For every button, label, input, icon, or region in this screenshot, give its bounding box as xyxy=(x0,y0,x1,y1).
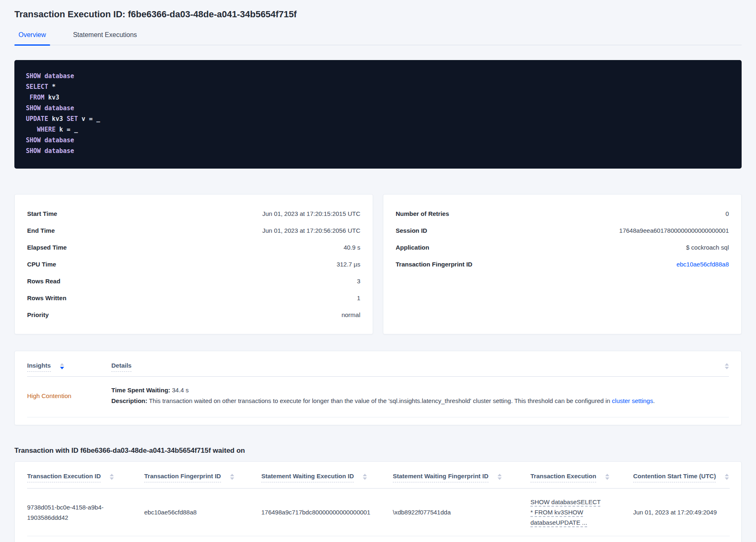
sort-up-arrow-icon xyxy=(725,363,729,366)
txn-fingerprint-label: Transaction Fingerprint ID xyxy=(396,260,472,269)
summary-row-cpu-time: CPU Time 312.7 µs xyxy=(27,256,360,273)
insights-column-header[interactable]: Insights xyxy=(27,362,111,372)
rows-read-value: 3 xyxy=(357,277,360,285)
column-label[interactable]: Transaction Execution ID xyxy=(27,473,101,482)
column-header-transaction-execution-id[interactable]: Transaction Execution ID xyxy=(27,468,144,489)
rows-written-value: 1 xyxy=(357,294,360,302)
column-label[interactable]: Statement Waiting Fingerprint ID xyxy=(393,473,489,482)
cell-transaction-execution-id: 9738d051-bc0e-4158-a9b4-1903586ddd42 xyxy=(27,489,144,536)
sort-icon[interactable] xyxy=(725,474,729,480)
sort-icon-insights[interactable] xyxy=(60,363,64,372)
description-label: Description: xyxy=(111,397,148,404)
sort-up-arrow-icon xyxy=(230,474,234,476)
column-label[interactable]: Contention Start Time (UTC) xyxy=(633,473,716,482)
tab-bar: Overview Statement Executions xyxy=(14,31,742,45)
cpu-time-value: 312.7 µs xyxy=(337,260,360,269)
insight-details: Time Spent Waiting: 34.4 s Description: … xyxy=(111,385,729,406)
elapsed-time-value: 40.9 s xyxy=(343,243,360,252)
cell-statement-waiting-fingerprint-id: \xdb8922f077541dda xyxy=(393,489,530,536)
column-header-transaction-fingerprint-id[interactable]: Transaction Fingerprint ID xyxy=(144,468,261,489)
summary-row-priority: Priority normal xyxy=(27,306,360,323)
rows-read-label: Rows Read xyxy=(27,277,60,285)
cell-transaction-fingerprint-id: ebc10ae56cfd88a8 xyxy=(144,489,261,536)
waited-table-header-row: Transaction Execution ID Transaction Fin… xyxy=(27,468,730,489)
sort-icon[interactable] xyxy=(605,474,609,480)
insight-type-badge: High Contention xyxy=(27,392,111,399)
cell-contention-start-time: Jun 01, 2023 at 17:20:49:2049 xyxy=(633,489,730,536)
sort-icon[interactable] xyxy=(230,474,234,480)
sort-icon[interactable] xyxy=(363,474,367,480)
application-value: $ cockroach sql xyxy=(686,243,729,252)
sort-up-arrow-icon xyxy=(60,363,64,366)
details-column-label[interactable]: Details xyxy=(111,362,131,372)
summary-row-start-time: Start Time Jun 01, 2023 at 17:20:15:2015… xyxy=(27,205,360,222)
summary-row-rows-read: Rows Read 3 xyxy=(27,273,360,290)
sort-up-arrow-icon xyxy=(498,474,502,476)
sort-down-arrow-icon xyxy=(230,477,234,480)
sort-icon-details[interactable] xyxy=(725,363,729,372)
insights-table-header: Insights Details xyxy=(27,358,729,377)
end-time-label: End Time xyxy=(27,226,55,235)
transaction-execution-link[interactable]: SHOW databaseSELECT * FROM kv3SHOW datab… xyxy=(530,497,604,528)
details-column-header: Details xyxy=(111,362,729,372)
cpu-time-label: CPU Time xyxy=(27,260,56,269)
column-header-transaction-execution[interactable]: Transaction Execution xyxy=(530,468,633,489)
page-title: Transaction Execution ID: f6be6366-da03-… xyxy=(14,9,742,20)
waiting-value: 34.4 s xyxy=(170,387,189,394)
waited-on-heading: Transaction with ID f6be6366-da03-48de-a… xyxy=(14,447,742,455)
insight-description: Description: This transaction waited on … xyxy=(111,396,729,406)
sort-down-arrow-icon xyxy=(498,477,502,480)
cell-statement-waiting-execution-id: 176498a9c717bdc80000000000000001 xyxy=(261,489,393,536)
sort-down-arrow-icon xyxy=(363,477,367,480)
session-id-value: 17648a9eea6017800000000000000001 xyxy=(619,226,729,235)
waiting-label: Time Spent Waiting: xyxy=(111,387,170,394)
waited-on-table: Transaction Execution ID Transaction Fin… xyxy=(27,468,730,536)
summary-row-application: Application $ cockroach sql xyxy=(396,239,729,256)
cell-transaction-execution: SHOW databaseSELECT * FROM kv3SHOW datab… xyxy=(530,489,633,536)
retries-label: Number of Retries xyxy=(396,209,449,218)
column-label[interactable]: Transaction Execution xyxy=(530,473,596,482)
cluster-settings-link[interactable]: cluster settings xyxy=(612,397,653,404)
insight-row: High Contention Time Spent Waiting: 34.4… xyxy=(27,377,729,417)
column-header-contention-start-time[interactable]: Contention Start Time (UTC) xyxy=(633,468,730,489)
insights-card: Insights Details High Contention Time Sp… xyxy=(14,351,742,425)
sort-up-arrow-icon xyxy=(110,474,114,476)
summary-row-rows-written: Rows Written 1 xyxy=(27,290,360,306)
sort-down-arrow-icon xyxy=(110,477,114,480)
column-header-statement-waiting-execution-id[interactable]: Statement Waiting Execution ID xyxy=(261,468,393,489)
transaction-execution-id-value: 9738d051-bc0e-4158-a9b4-1903586ddd42 xyxy=(27,502,118,523)
elapsed-time-label: Elapsed Time xyxy=(27,243,67,252)
description-period: . xyxy=(653,397,655,404)
description-text: This transaction waited on other transac… xyxy=(148,397,612,404)
summary-row-session-id: Session ID 17648a9eea6017800000000000000… xyxy=(396,222,729,239)
summary-row-retries: Number of Retries 0 xyxy=(396,205,729,222)
sql-statements: SHOW databaseSELECT * FROM kv3SHOW datab… xyxy=(14,60,742,169)
column-header-statement-waiting-fingerprint-id[interactable]: Statement Waiting Fingerprint ID xyxy=(393,468,530,489)
txn-fingerprint-link[interactable]: ebc10ae56cfd88a8 xyxy=(676,260,729,269)
retries-value: 0 xyxy=(726,209,729,218)
start-time-value: Jun 01, 2023 at 17:20:15:2015 UTC xyxy=(262,209,360,218)
priority-value: normal xyxy=(341,310,360,319)
execution-summary-card: Start Time Jun 01, 2023 at 17:20:15:2015… xyxy=(14,194,373,334)
sort-up-arrow-icon xyxy=(725,474,729,476)
rows-written-label: Rows Written xyxy=(27,294,67,302)
sort-icon[interactable] xyxy=(498,474,502,480)
sort-icon[interactable] xyxy=(110,474,114,480)
sort-up-arrow-icon xyxy=(605,474,609,476)
tab-statement-executions[interactable]: Statement Executions xyxy=(69,31,141,45)
tab-overview[interactable]: Overview xyxy=(14,31,50,45)
priority-label: Priority xyxy=(27,310,49,319)
sort-down-arrow-icon xyxy=(60,367,64,369)
end-time-value: Jun 01, 2023 at 17:20:56:2056 UTC xyxy=(262,226,360,235)
column-label[interactable]: Transaction Fingerprint ID xyxy=(144,473,221,482)
sort-up-arrow-icon xyxy=(363,474,367,476)
waited-table-row: 9738d051-bc0e-4158-a9b4-1903586ddd42 ebc… xyxy=(27,489,730,536)
waited-on-card: Transaction Execution ID Transaction Fin… xyxy=(14,461,742,542)
column-label[interactable]: Statement Waiting Execution ID xyxy=(261,473,354,482)
summary-cards: Start Time Jun 01, 2023 at 17:20:15:2015… xyxy=(14,194,742,334)
session-summary-card: Number of Retries 0 Session ID 17648a9ee… xyxy=(383,194,742,334)
summary-row-txn-fingerprint: Transaction Fingerprint ID ebc10ae56cfd8… xyxy=(396,256,729,273)
sort-down-arrow-icon xyxy=(605,477,609,480)
summary-row-elapsed-time: Elapsed Time 40.9 s xyxy=(27,239,360,256)
insights-column-label[interactable]: Insights xyxy=(27,362,51,372)
